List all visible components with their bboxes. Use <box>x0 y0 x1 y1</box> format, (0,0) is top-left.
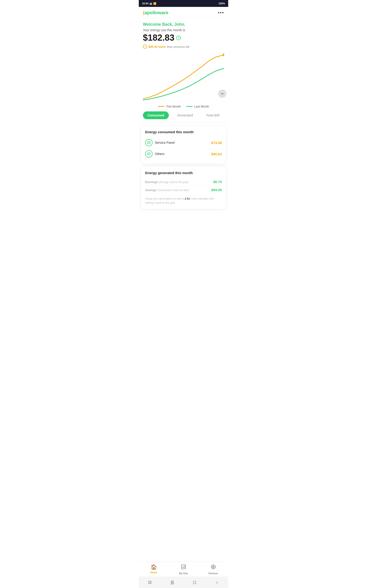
comparison-suffix: than previous bill <box>167 45 190 48</box>
status-bar: 10:04 🤖 📶 100% <box>139 0 228 7</box>
gen-note-highlight: 2.5x <box>185 197 190 200</box>
legend-this-month: This Month <box>158 105 181 108</box>
energy-chart: ✏ <box>143 52 224 103</box>
this-month-legend-line <box>158 106 165 107</box>
chart-svg <box>143 52 224 103</box>
savings-label: Savings <box>145 188 157 192</box>
consumed-row-0-left: Service Panel <box>145 139 175 146</box>
status-right: 100% <box>219 2 225 5</box>
consumed-card-title: Energy consumed this month <box>145 130 222 134</box>
more-button[interactable]: ••• <box>218 10 224 15</box>
others-value: $40.63 <box>211 152 222 156</box>
svg-rect-0 <box>148 141 150 144</box>
this-month-line <box>143 55 224 99</box>
earnings-value: $8.70 <box>213 180 222 184</box>
consumed-row-1-left: Others <box>145 150 165 157</box>
earnings-sublabel: (Energy sold to the grid) <box>159 181 188 184</box>
status-time: 10:04 <box>142 2 148 5</box>
edit-button[interactable]: ✏ <box>218 90 226 98</box>
generated-card-title: Energy generated this month <box>145 171 222 175</box>
this-month-endpoint <box>223 53 224 56</box>
last-month-legend-line <box>186 106 193 107</box>
gen-note-prefix: Using your generation on-site is <box>145 197 185 200</box>
service-panel-icon <box>145 139 152 146</box>
service-panel-value: $74.48 <box>211 141 222 145</box>
welcome-greeting: Welcome Back, John. <box>143 22 224 27</box>
consumed-card: Energy consumed this month Service Panel… <box>141 126 226 164</box>
last-month-legend-label: Last Month <box>194 105 209 108</box>
others-label: Others <box>155 152 165 156</box>
gen-note: Using your generation on-site is 2.5x mo… <box>145 197 222 205</box>
tabs-container: Consumed Generated Total Bill <box>139 111 228 123</box>
bill-comparison: ↑ $65.40 more than previous bill <box>143 44 224 49</box>
status-left: 10:04 🤖 📶 <box>142 2 156 5</box>
chart-legend: This Month Last Month <box>143 103 224 111</box>
logo-paren-open: ( <box>143 10 144 15</box>
savings-value: $94.06 <box>211 188 222 192</box>
cards-section: Energy consumed this month Service Panel… <box>139 126 228 209</box>
service-panel-label: Service Panel <box>155 141 175 145</box>
others-icon <box>145 150 152 157</box>
gen-row-savings: Savings (Generation used on-site) $94.06 <box>145 186 222 194</box>
energy-label: Your energy use this month is <box>143 28 224 32</box>
savings-sublabel: (Generation used on-site) <box>158 189 189 192</box>
gen-row-earnings: Earnings (Energy sold to the grid) $8.70 <box>145 178 222 186</box>
logo-suffix: ware <box>158 10 169 15</box>
status-battery: 100% <box>219 2 225 5</box>
svg-rect-3 <box>148 153 150 155</box>
consumed-row-1: Others $40.63 <box>145 148 222 159</box>
tab-generated[interactable]: Generated <box>173 111 198 119</box>
info-icon[interactable]: ? <box>176 36 181 40</box>
energy-value: $182.83 <box>143 33 174 43</box>
app-header: (apolloware ••• <box>139 7 228 18</box>
comparison-amount: $65.40 more <box>148 45 166 48</box>
logo-prefix: apollo <box>144 10 158 15</box>
legend-last-month: Last Month <box>186 105 209 108</box>
gen-row-earnings-left: Earnings (Energy sold to the grid) <box>145 180 188 184</box>
energy-amount-row: $182.83 ? <box>143 33 224 43</box>
this-month-legend-label: This Month <box>166 105 181 108</box>
gen-row-savings-left: Savings (Generation used on-site) <box>145 188 189 192</box>
up-arrow-icon: ↑ <box>143 44 147 49</box>
generated-card: Energy generated this month Earnings (En… <box>141 167 226 209</box>
earnings-label: Earnings <box>145 180 158 184</box>
tab-consumed[interactable]: Consumed <box>143 111 169 119</box>
tab-total-bill[interactable]: Total Bill <box>202 111 224 119</box>
main-content: Welcome Back, John. Your energy use this… <box>139 18 228 111</box>
app-logo: (apolloware <box>143 10 168 15</box>
status-icons: 🤖 📶 <box>149 2 156 5</box>
consumed-row-0: Service Panel $74.48 <box>145 137 222 148</box>
